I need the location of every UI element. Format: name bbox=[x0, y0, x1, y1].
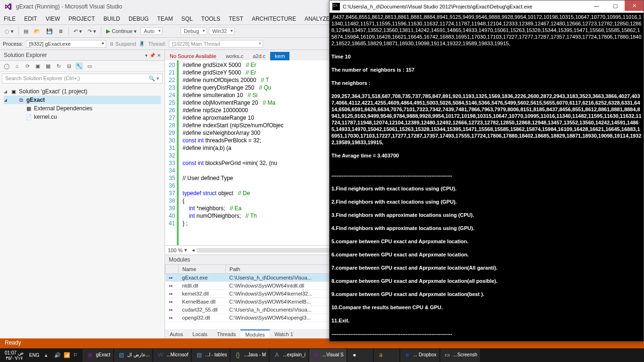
scope-icon[interactable]: ▣ bbox=[34, 62, 41, 70]
network-icon[interactable]: 📶 bbox=[64, 352, 70, 359]
solution-toolbar[interactable]: ◯ ⌂ ⟳ ▣ ▦ ↻ ⊟ 🔧 ▭ bbox=[0, 61, 165, 72]
solution-explorer-header[interactable]: Solution Explorer ▾📌✕ bbox=[0, 50, 165, 61]
back-icon[interactable]: ◯ bbox=[3, 62, 10, 70]
menu-sql[interactable]: SQL bbox=[182, 16, 193, 22]
vs-logo-icon bbox=[4, 2, 12, 11]
collapse-icon[interactable]: ⊟ bbox=[65, 62, 73, 70]
process-combo[interactable]: [9332] gExact.exe bbox=[26, 40, 106, 48]
project-icon: ⧉ bbox=[18, 97, 25, 103]
show-all-icon[interactable]: ▦ bbox=[44, 62, 52, 70]
tab-threads[interactable]: Threads bbox=[212, 330, 240, 338]
thread-combo[interactable]: [10228] Main Thread bbox=[169, 40, 263, 48]
nav-back-icon[interactable]: ◌ ▾ bbox=[3, 27, 16, 35]
project-node[interactable]: ◢⧉gExact bbox=[4, 96, 161, 104]
solution-config-combo[interactable]: Debug bbox=[181, 27, 207, 35]
folder-icon: ▦ bbox=[25, 105, 32, 112]
close-button[interactable]: ✕ bbox=[625, 0, 644, 11]
taskbar-clock[interactable]: ص 01:07 ٣٥/٠٦/١٧ bbox=[2, 350, 26, 361]
console-title-text: C:\Users\a_h_d\Documents\Visual Studio 2… bbox=[343, 4, 532, 9]
config-combo[interactable]: Auto bbox=[140, 27, 163, 35]
tab-locals[interactable]: Locals bbox=[188, 330, 212, 338]
task-item[interactable]: a bbox=[374, 349, 399, 362]
console-icon bbox=[332, 3, 340, 10]
vs-title-text: gExact (Running) - Microsoft Visual Stud… bbox=[16, 3, 122, 10]
menu-analyze[interactable]: ANALYZE bbox=[305, 16, 330, 22]
menu-tools[interactable]: TOOLS bbox=[201, 16, 220, 22]
redo-icon[interactable]: ↷ ▾ bbox=[86, 27, 98, 35]
tab-a2d[interactable]: a2d.c bbox=[248, 52, 270, 60]
no-source-tab[interactable]: No Source Available bbox=[165, 52, 221, 60]
solution-icon: ▣ bbox=[10, 88, 17, 95]
task-item[interactable]: A...explain_i bbox=[270, 349, 308, 362]
tray-icon[interactable]: ▴ bbox=[45, 352, 51, 359]
language-indicator[interactable]: ENG bbox=[26, 353, 42, 358]
taskbar[interactable]: ص 01:07 ٣٥/٠٦/١٧ ENG ▴ 🔊 📶 ⚐ ▣gExact▧عار… bbox=[0, 348, 644, 362]
solution-root[interactable]: ◢▣Solution 'gExact' (1 project) bbox=[4, 87, 161, 96]
menu-view[interactable]: VIEW bbox=[46, 16, 60, 22]
tab-autos[interactable]: Autos bbox=[165, 330, 188, 338]
preview-icon[interactable]: ▭ bbox=[86, 62, 93, 70]
solution-tree[interactable]: ◢▣Solution 'gExact' (1 project) ◢⧉gExact… bbox=[0, 85, 165, 123]
close-icon[interactable]: ✕ bbox=[157, 53, 161, 58]
platform-combo[interactable]: Win32 bbox=[209, 27, 235, 35]
home-icon[interactable]: ⌂ bbox=[13, 62, 21, 70]
tab-works[interactable]: works.c bbox=[221, 52, 248, 60]
action-center-icon[interactable]: ⚐ bbox=[73, 352, 80, 359]
console-window[interactable]: C:\Users\a_h_d\Documents\Visual Studio 2… bbox=[329, 0, 644, 342]
open-icon[interactable]: 📂 bbox=[32, 27, 42, 35]
task-item[interactable]: ▤...l - tables bbox=[192, 349, 230, 362]
menu-test[interactable]: TEST bbox=[229, 16, 243, 22]
menu-file[interactable]: FILE bbox=[4, 16, 16, 22]
minimize-button[interactable]: — bbox=[587, 0, 606, 11]
task-item[interactable]: ● bbox=[347, 349, 373, 362]
thread-label: Thread: bbox=[148, 41, 166, 47]
tab-kernel[interactable]: kern bbox=[270, 52, 289, 60]
zoom-chevron-icon[interactable]: ▾ bbox=[184, 247, 187, 253]
system-tray[interactable]: ▴ 🔊 📶 ⚐ bbox=[42, 352, 83, 359]
continue-button[interactable]: ▶ Continue ▾ bbox=[104, 27, 139, 35]
file-node[interactable]: 📄kernel.cu bbox=[4, 113, 161, 121]
maximize-button[interactable]: ▢ bbox=[606, 0, 625, 11]
volume-icon[interactable]: 🔊 bbox=[54, 352, 61, 359]
menu-build[interactable]: BUILD bbox=[103, 16, 120, 22]
dropdown-icon[interactable]: ▾ bbox=[145, 53, 148, 58]
solution-explorer: Solution Explorer ▾📌✕ ◯ ⌂ ⟳ ▣ ▦ ↻ ⊟ 🔧 ▭ … bbox=[0, 50, 165, 339]
process-label: Process: bbox=[3, 41, 23, 47]
menu-edit[interactable]: EDIT bbox=[24, 16, 37, 22]
tab-watch1[interactable]: Watch 1 bbox=[270, 330, 298, 338]
task-item[interactable]: ▣gExact bbox=[83, 349, 113, 362]
task-item[interactable]: W...Microsof bbox=[153, 349, 191, 362]
refresh-icon[interactable]: ↻ bbox=[55, 62, 62, 70]
zoom-level[interactable]: 100 % bbox=[168, 247, 182, 253]
external-deps-node[interactable]: ▦External Dependencies bbox=[4, 104, 161, 113]
sync-icon[interactable]: ⟳ bbox=[24, 62, 31, 70]
task-item[interactable]: ▧عارض ال... bbox=[114, 349, 152, 362]
solution-search[interactable]: Search Solution Explorer (Ctrl+;) 🔍 ▾ bbox=[2, 74, 163, 83]
search-icon[interactable]: 🔍 ▾ bbox=[149, 75, 159, 82]
task-item[interactable]: e... Dropbox bbox=[400, 349, 439, 362]
menu-architecture[interactable]: ARCHITECTURE bbox=[252, 16, 296, 22]
console-titlebar[interactable]: C:\Users\a_h_d\Documents\Visual Studio 2… bbox=[330, 0, 644, 13]
file-icon: 📄 bbox=[25, 114, 32, 120]
undo-icon[interactable]: ↶ ▾ bbox=[72, 27, 84, 35]
thread-icon[interactable]: 🧵 bbox=[139, 41, 145, 47]
tab-modules[interactable]: Modules bbox=[240, 329, 270, 339]
menu-project[interactable]: PROJECT bbox=[68, 16, 95, 22]
save-icon[interactable]: 💾 bbox=[44, 27, 55, 35]
save-all-icon[interactable]: 🗎 bbox=[57, 27, 66, 35]
status-text: Ready bbox=[5, 339, 21, 346]
task-item[interactable]: {}...Java - M bbox=[231, 349, 269, 362]
taskbar-tasks[interactable]: ▣gExact▧عارض ال...W...Microsof▤...l - ta… bbox=[83, 349, 642, 362]
menu-debug[interactable]: DEBUG bbox=[129, 16, 149, 22]
task-item[interactable]: ▭...Screensh bbox=[440, 349, 480, 362]
console-output[interactable]: ,8437,8456,8551,8612,8813,8861,8881,8884… bbox=[330, 13, 644, 341]
properties-icon[interactable]: 🔧 bbox=[75, 62, 83, 70]
pin-icon[interactable]: 📌 bbox=[149, 53, 155, 58]
col-name[interactable]: Name bbox=[178, 265, 225, 274]
task-item[interactable]: ▣...Visual S bbox=[309, 349, 347, 362]
menu-team[interactable]: TEAM bbox=[157, 16, 173, 22]
suspend-button[interactable]: ⏸ Suspend bbox=[109, 41, 136, 47]
arrow-left-icon[interactable]: ◂ bbox=[192, 247, 195, 253]
new-icon[interactable]: ▤ bbox=[22, 27, 30, 35]
